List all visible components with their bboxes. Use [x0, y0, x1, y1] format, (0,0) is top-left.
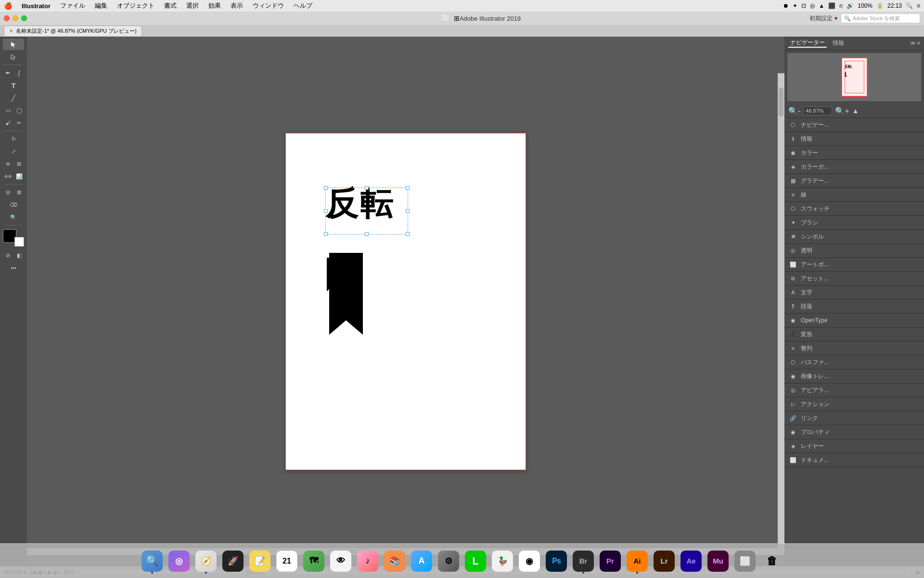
info-tab[interactable]: 情報 [831, 39, 846, 47]
panel-header-color-guide[interactable]: ◈ カラーガ... [784, 160, 924, 173]
none-swatch[interactable]: ⊘ [3, 250, 13, 261]
dock-finder[interactable]: 🔍 [140, 549, 165, 574]
panel-header-properties[interactable]: ◉ プロパティ [784, 425, 924, 439]
menu-type[interactable]: 書式 [160, 1, 180, 10]
selected-text-object[interactable]: 反転 [325, 187, 408, 235]
dock-siri[interactable]: ◎ [167, 549, 192, 574]
panel-header-gradient[interactable]: ▦ グラデー... [784, 174, 924, 187]
dock-safari[interactable]: 🧭 [193, 549, 218, 574]
direct-selection-tool[interactable] [3, 51, 24, 63]
panel-header-appearance[interactable]: ◎ アピアラ... [784, 383, 924, 397]
dock-duckduckgo[interactable]: 🦆 [490, 549, 515, 574]
vertical-scrollbar[interactable] [778, 73, 784, 555]
menu-window[interactable]: ウィンドウ [249, 1, 288, 10]
dock-system-prefs[interactable]: ⚙ [436, 549, 461, 574]
dock-line[interactable]: L [463, 549, 488, 574]
workspace-dropdown[interactable]: 初期設定 ▾ [809, 14, 837, 23]
panel-header-links[interactable]: 🔗 リンク [784, 411, 924, 425]
menu-select[interactable]: 選択 [182, 1, 203, 10]
zoom-fit-icon[interactable]: ▲ [852, 107, 859, 115]
dock-maps[interactable]: 🗺 [301, 549, 326, 574]
zoom-input[interactable] [803, 106, 832, 115]
menu-object[interactable]: オブジェクト [113, 1, 158, 10]
handle-bottom-left[interactable] [324, 232, 328, 236]
dock-appstore[interactable]: A [409, 549, 434, 574]
gradient-swatch[interactable]: ◧ [14, 250, 24, 261]
selection-tool[interactable] [3, 39, 24, 50]
panel-header-actions[interactable]: ▷ アクション [784, 397, 924, 411]
panel-header-asset[interactable]: ⧉ アセット... [784, 272, 924, 285]
nav-viewport-rect[interactable] [845, 61, 864, 93]
dock-music[interactable]: ♪ [355, 549, 380, 574]
zoom-out-icon[interactable]: 🔍- [788, 106, 800, 116]
dock-muse[interactable]: Mu [706, 549, 731, 574]
dock-preview[interactable]: 👁 [328, 549, 353, 574]
zoom-in-icon[interactable]: 🔍+ [835, 106, 849, 116]
control-center-icon[interactable]: ≡ [917, 2, 920, 9]
dock-after-effects[interactable]: Ae [679, 549, 704, 574]
panel-header-image-trace[interactable]: ◉ 画像トレ... [784, 369, 924, 383]
fullscreen-button[interactable] [21, 15, 27, 21]
panel-header-brush[interactable]: ✦ ブラシ [784, 216, 924, 229]
dock-notes[interactable]: 📝 [247, 549, 272, 574]
warp-tool[interactable]: ≋ [3, 158, 13, 170]
rotate-tool[interactable]: ↻ [3, 133, 24, 144]
dock-books[interactable]: 📚 [382, 549, 407, 574]
handle-bottom-right[interactable] [406, 232, 410, 236]
scale-tool[interactable]: ⤢ [3, 145, 24, 157]
panel-header-opentype[interactable]: ◉ OpenType [784, 314, 924, 327]
app-name[interactable]: Illustrator [18, 2, 54, 10]
navigator-tab[interactable]: ナビゲーター [788, 39, 827, 48]
menu-help[interactable]: ヘルプ [290, 1, 316, 10]
stroke-color[interactable] [14, 237, 24, 247]
panel-header-pathfinder[interactable]: ⬡ パスファ... [784, 355, 924, 369]
dock-lightroom[interactable]: Lr [652, 549, 677, 574]
panel-header-layers[interactable]: ◈ レイヤー [784, 439, 924, 453]
panel-header-info[interactable]: ℹ 情報 [784, 132, 924, 145]
dock-illustrator[interactable]: Ai [625, 549, 650, 574]
search-icon[interactable]: 🔍 [906, 2, 913, 9]
document-tab[interactable]: ✕ 名称未設定-1* @ 46.87% (CMYK/GPU プレビュー) [4, 26, 142, 36]
panel-header-document[interactable]: ⬜ ドキュメ... [784, 453, 924, 467]
dock-launchpad[interactable]: 🚀 [220, 549, 245, 574]
panel-header-color[interactable]: ◉ カラー [784, 146, 924, 159]
canvas-area[interactable]: 反転 [27, 37, 784, 566]
bookmark-shape[interactable] [324, 253, 368, 344]
symbol-sprayer[interactable]: ⊕⊕ [3, 171, 13, 182]
menu-file[interactable]: ファイル [56, 1, 89, 10]
adobe-stock-search[interactable]: 🔍 Adobe Stock を検索 [841, 13, 920, 23]
menu-edit[interactable]: 編集 [91, 1, 111, 10]
panel-header-transform[interactable]: ⬛ 変形 [784, 328, 924, 341]
minimize-button[interactable] [13, 15, 18, 21]
dock-photoshop[interactable]: Ps [544, 549, 569, 574]
panel-expand-icon[interactable]: ≫ ≡ [910, 40, 920, 46]
dock-chrome[interactable]: ◉ [517, 549, 542, 574]
panel-header-transparency[interactable]: ◎ 透明 [784, 244, 924, 257]
panel-header-character[interactable]: A 文字 [784, 286, 924, 299]
panel-header-artboard[interactable]: ⬜ アートボ... [784, 258, 924, 271]
menu-effect[interactable]: 効果 [205, 1, 225, 10]
more-tools[interactable]: ••• [3, 262, 24, 274]
panel-header-navigator[interactable]: ⬡ ナビゲー... [784, 118, 924, 131]
dock-trash[interactable]: 🗑 [759, 549, 784, 574]
rect-tool[interactable]: ▭ [3, 105, 13, 116]
dock-desktop[interactable]: ⬜ [732, 549, 757, 574]
menu-view[interactable]: 表示 [227, 1, 247, 10]
tab-close-icon[interactable]: ✕ [9, 28, 13, 34]
artboard-tool[interactable]: ⊟ [3, 186, 13, 198]
apple-menu[interactable]: 🍎 [4, 2, 12, 10]
close-button[interactable] [4, 15, 10, 21]
ellipse-tool[interactable]: ◯ [14, 105, 24, 116]
dock-calendar[interactable]: 21 [274, 549, 299, 574]
dock-premiere[interactable]: Pr [598, 549, 623, 574]
type-tool[interactable]: T [3, 79, 24, 91]
pencil-tool[interactable]: ✏ [14, 117, 24, 129]
free-transform[interactable]: ⊞ [14, 158, 24, 170]
curvature-tool[interactable]: ∫ [14, 67, 24, 79]
panel-header-symbol[interactable]: ❋ シンボル [784, 230, 924, 243]
eraser-tool[interactable]: ⌫ [3, 199, 24, 210]
paintbrush-tool[interactable]: 🖌 [3, 117, 13, 129]
line-tool[interactable]: ╱ [3, 92, 24, 104]
vscroll-thumb[interactable] [779, 88, 783, 117]
column-graph[interactable]: 📊 [14, 171, 24, 182]
